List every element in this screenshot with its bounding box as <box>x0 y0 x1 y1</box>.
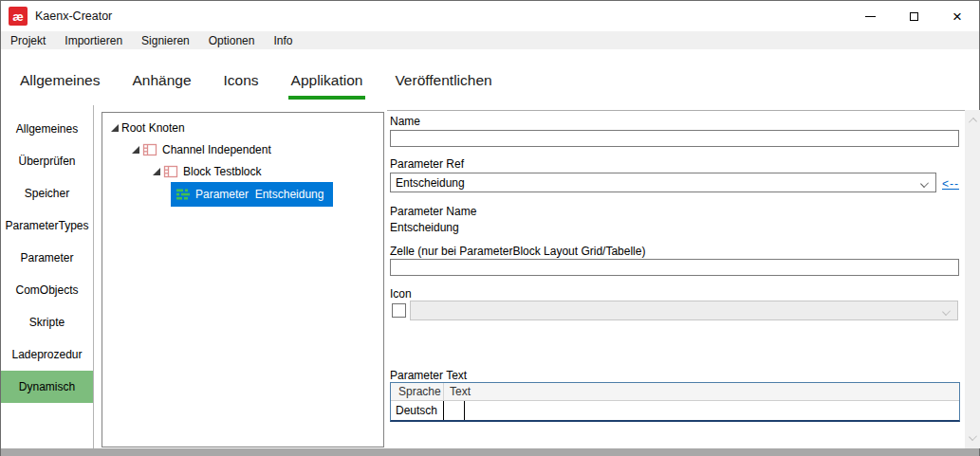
minimize-icon <box>865 16 876 17</box>
name-input[interactable] <box>390 130 959 147</box>
sidebar-item-comobjects[interactable]: ComObjects <box>1 274 93 306</box>
sidebar-item-speicher[interactable]: Speicher <box>1 177 93 210</box>
sidebar-item-skripte[interactable]: Skripte <box>1 306 93 338</box>
maximize-button[interactable] <box>892 1 935 31</box>
table-row[interactable]: Deutsch <box>391 401 959 420</box>
parameter-text-label: Parameter Text <box>390 369 467 382</box>
icon-checkbox[interactable] <box>392 303 406 318</box>
minimize-button[interactable] <box>848 1 892 31</box>
dynamic-tree-panel: Root Knoten Channel Independent <box>102 112 384 447</box>
vertical-scrollbar[interactable] <box>965 110 980 448</box>
menu-info[interactable]: Info <box>264 34 302 47</box>
parameter-ref-select[interactable]: Entscheidung <box>390 173 936 192</box>
tab-veroeffentlichen[interactable]: Veröffentlichen <box>395 49 491 105</box>
goto-parameter-link[interactable]: <-- <box>942 177 959 191</box>
table-header-row: Sprache Text <box>391 383 959 401</box>
parameter-text-table: Sprache Text Deutsch <box>390 382 960 422</box>
window-title: Kaenx-Creator <box>35 1 112 31</box>
sidebar-item-parametertypes[interactable]: ParameterTypes <box>1 210 93 242</box>
tab-applikation[interactable]: Applikation <box>291 49 363 105</box>
menu-importieren[interactable]: Importieren <box>55 34 132 47</box>
title-bar: æ Kaenx-Creator × <box>1 1 979 31</box>
parameter-ref-label: Parameter Ref <box>390 157 464 171</box>
app-logo-icon: æ <box>9 7 28 26</box>
zelle-label: Zelle (nur bei ParameterBlock Layout Gri… <box>390 245 645 258</box>
close-icon: × <box>952 9 962 25</box>
tree-row-root[interactable]: Root Knoten <box>102 117 383 138</box>
active-tab-underline <box>288 96 366 100</box>
expander-icon[interactable] <box>108 121 121 135</box>
tree-row-block-testblock[interactable]: Block Testblock <box>102 160 383 182</box>
zelle-input[interactable] <box>390 259 959 276</box>
tree-selection-highlight: Parameter Entscheidung <box>171 182 333 207</box>
sidebar-item-ueberpruefen[interactable]: Überprüfen <box>1 145 93 177</box>
channel-block-icon <box>142 142 157 157</box>
block-icon <box>163 164 178 179</box>
sidebar-item-parameter[interactable]: Parameter <box>1 242 93 274</box>
window-bottom-edge <box>1 448 979 456</box>
window-controls: × <box>848 1 979 31</box>
close-button[interactable]: × <box>935 1 979 31</box>
menu-signieren[interactable]: Signieren <box>132 34 199 47</box>
scroll-down-icon[interactable] <box>969 432 977 441</box>
icon-select[interactable] <box>410 301 958 320</box>
chevron-down-icon <box>942 307 951 316</box>
sidebar-item-allgemeines[interactable]: Allgemeines <box>1 113 93 145</box>
column-header-text[interactable]: Text <box>444 383 482 400</box>
scroll-up-icon[interactable] <box>969 118 977 126</box>
parameter-sliders-icon <box>176 187 191 202</box>
tab-anhaenge[interactable]: Anhänge <box>132 49 191 105</box>
parameter-name-value: Entscheidung <box>390 221 459 234</box>
tree-row-channel-independent[interactable]: Channel Independent <box>102 138 383 160</box>
tree-row-parameter-entscheidung[interactable]: Parameter Entscheidung <box>102 182 383 207</box>
tab-icons[interactable]: Icons <box>224 49 259 105</box>
menu-optionen[interactable]: Optionen <box>199 34 265 47</box>
parameter-detail-panel: Name Parameter Ref Entscheidung <-- Para… <box>387 110 965 448</box>
maximize-icon <box>910 12 918 21</box>
column-header-sprache[interactable]: Sprache <box>391 383 444 400</box>
cell-text[interactable] <box>444 401 465 420</box>
menu-bar: Projekt Importieren Signieren Optionen I… <box>1 31 979 49</box>
name-label: Name <box>390 115 420 128</box>
expander-icon[interactable] <box>129 143 142 156</box>
cell-sprache: Deutsch <box>391 401 444 420</box>
tab-bar: Allgemeines Anhänge Icons Applikation Ve… <box>1 49 979 105</box>
sidebar-item-ladeprozedur[interactable]: Ladeprozedur <box>1 338 93 371</box>
app-window: æ Kaenx-Creator × Projekt Importieren Si… <box>0 0 980 456</box>
chevron-down-icon <box>920 179 929 188</box>
icon-label: Icon <box>390 287 412 301</box>
sidebar-item-dynamisch[interactable]: Dynamisch <box>1 371 93 403</box>
menu-projekt[interactable]: Projekt <box>1 34 55 47</box>
tab-allgemeines[interactable]: Allgemeines <box>20 49 100 105</box>
expander-icon[interactable] <box>150 165 163 178</box>
sidebar: Allgemeines Überprüfen Speicher Paramete… <box>1 105 94 448</box>
parameter-name-label: Parameter Name <box>390 205 476 218</box>
